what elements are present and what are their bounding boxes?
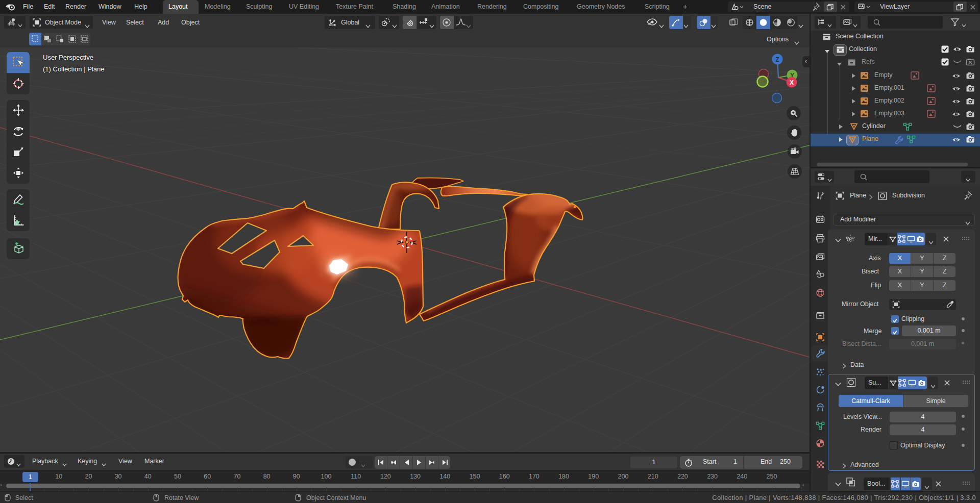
svg-text:X: X xyxy=(790,79,794,86)
svg-text:Z: Z xyxy=(775,56,779,63)
